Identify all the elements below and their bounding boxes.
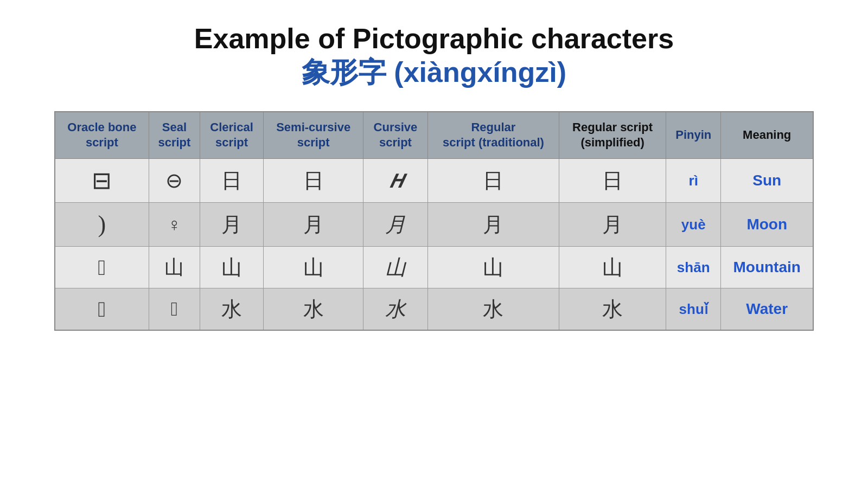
col-header-cursive: Cursivescript [363,112,428,159]
water-clerical: 水 [200,288,264,330]
water-regular-simp: 水 [559,288,666,330]
pictographic-table: Oracle bonescript Sealscript Clericalscr… [54,111,814,331]
col-header-seal: Sealscript [149,112,200,159]
col-header-clerical: Clericalscript [200,112,264,159]
col-header-semicursive: Semi-cursivescript [264,112,363,159]
title-line2: 象形字 (xiàngxíngzì) [194,55,674,89]
col-header-pinyin: Pinyin [666,112,721,159]
water-seal: 𣲘 [149,288,200,330]
col-header-regular-trad: Regularscript (traditional) [427,112,559,159]
water-cursive: 水 [363,288,428,330]
mountain-oracle: 𠙒 [55,246,149,288]
water-regular-trad: 水 [427,288,559,330]
table-header-row: Oracle bonescript Sealscript Clericalscr… [55,112,813,159]
col-header-meaning: Meaning [721,112,813,159]
moon-regular-trad: 月 [427,202,559,246]
sun-clerical: 日 [200,158,264,202]
water-meaning: Water [721,288,813,330]
table-row: ⊟ ⊖ 日 日 𝙃 日 日 rì Sun [55,158,813,202]
sun-meaning: Sun [721,158,813,202]
mountain-semicursive: 山 [264,246,363,288]
mountain-regular-trad: 山 [427,246,559,288]
water-pinyin: shuǐ [666,288,721,330]
col-header-oracle: Oracle bonescript [55,112,149,159]
moon-oracle: ) [55,202,149,246]
sun-oracle: ⊟ [55,158,149,202]
moon-pinyin: yuè [666,202,721,246]
mountain-meaning: Mountain [721,246,813,288]
col-header-regular-simp: Regular script(simplified) [559,112,666,159]
sun-seal: ⊖ [149,158,200,202]
mountain-seal: 山 [149,246,200,288]
sun-pinyin: rì [666,158,721,202]
water-semicursive: 水 [264,288,363,330]
water-oracle: 𣲗 [55,288,149,330]
mountain-cursive: 山 [363,246,428,288]
moon-semicursive: 月 [264,202,363,246]
sun-regular-trad: 日 [427,158,559,202]
sun-semicursive: 日 [264,158,363,202]
table-row: 𠙒 山 山 山 山 山 山 shān Mountain [55,246,813,288]
moon-clerical: 月 [200,202,264,246]
mountain-regular-simp: 山 [559,246,666,288]
page-title: Example of Pictographic characters 象形字 (… [194,22,674,89]
sun-regular-simp: 日 [559,158,666,202]
moon-seal: ♀ [149,202,200,246]
title-line1: Example of Pictographic characters [194,22,674,55]
mountain-clerical: 山 [200,246,264,288]
table-wrapper: Oracle bonescript Sealscript Clericalscr… [54,111,814,331]
moon-cursive: 月 [363,202,428,246]
table-row: 𣲗 𣲘 水 水 水 水 水 shuǐ Water [55,288,813,330]
moon-meaning: Moon [721,202,813,246]
sun-cursive: 𝙃 [363,158,428,202]
table-row: ) ♀ 月 月 月 月 月 yuè Moon [55,202,813,246]
mountain-pinyin: shān [666,246,721,288]
moon-regular-simp: 月 [559,202,666,246]
